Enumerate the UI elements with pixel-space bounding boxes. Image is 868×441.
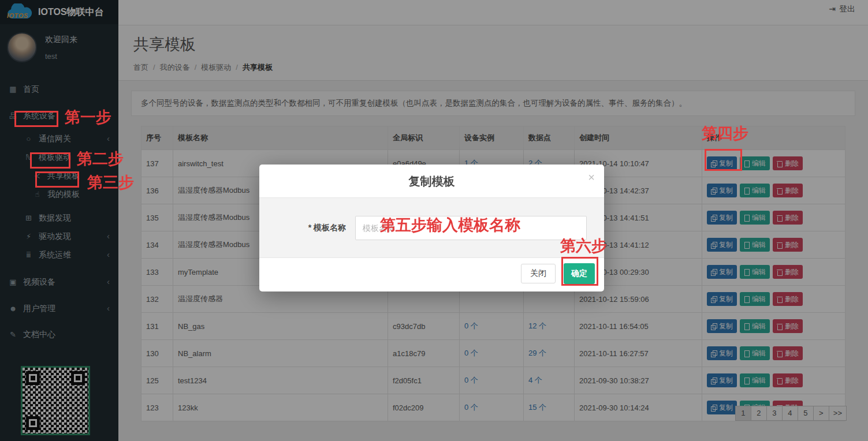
modal-title: 复制模板 [409, 175, 455, 188]
modal-header: 复制模板 × [259, 165, 604, 197]
modal-close-button[interactable]: 关闭 [521, 264, 556, 283]
step6-annotation: 第六步 [560, 238, 607, 255]
step3-annotation: 第三步 [87, 174, 134, 192]
template-name-label: * 模板名称 [277, 223, 346, 233]
modal-footer: 关闭 确定 [259, 258, 604, 291]
step1-highlight-box [14, 111, 58, 127]
step5-annotation: 第五步输入模板名称 [380, 217, 520, 234]
close-icon[interactable]: × [588, 171, 595, 184]
step4-annotation: 第四步 [702, 125, 748, 143]
step6-highlight-box [561, 257, 598, 286]
step3-highlight-box [35, 171, 79, 188]
step2-annotation: 第二步 [77, 151, 124, 168]
step1-annotation: 第一步 [65, 109, 111, 126]
step4-highlight-box [705, 149, 742, 171]
step2-highlight-box [30, 152, 70, 169]
